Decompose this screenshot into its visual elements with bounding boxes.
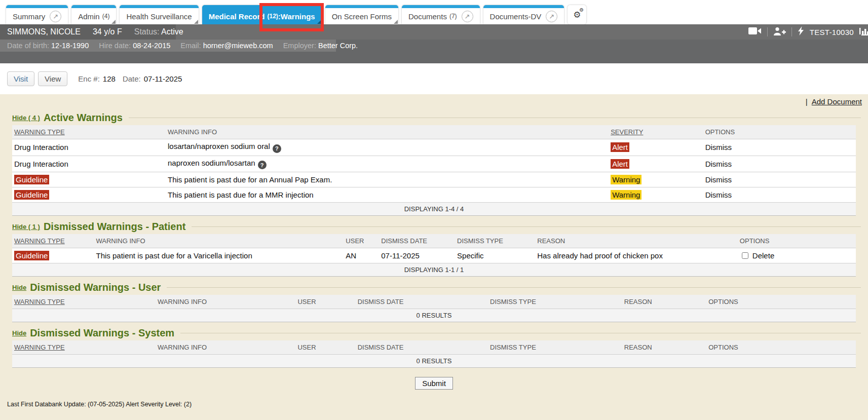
table-row: Guideline This patient is past due for a… — [12, 248, 856, 263]
warning-type-cell: Drug Interaction — [12, 156, 166, 172]
column-header-dismiss-type: DISMISS TYPE — [455, 234, 535, 248]
displaying-count: DISPLAYING 1-4 / 4 — [12, 203, 856, 216]
tab-label: Medical Record — [209, 12, 265, 21]
warnings-content: | Add Document Hide ( 4 ) Active Warning… — [0, 94, 868, 420]
column-header-dismiss-date: DISMISS DATE — [356, 295, 488, 309]
divider: | — [806, 97, 808, 106]
add-document-link[interactable]: Add Document — [812, 97, 862, 106]
dismissed-system-title: Dismissed Warnings - System — [30, 327, 174, 339]
tab-label-suffix: :Warnings — [278, 12, 315, 21]
hire-date-label: Hire date: — [99, 42, 131, 50]
severity-warning-badge: Warning — [611, 175, 641, 184]
dismiss-link[interactable]: Dismiss — [705, 175, 732, 184]
section-rule — [192, 226, 861, 227]
options-cell: Dismiss — [703, 156, 856, 172]
results-count: 0 RESULTS — [12, 309, 856, 322]
column-header-dismiss-date: DISMISS DATE — [356, 340, 488, 355]
table-footer-row: 0 RESULTS — [12, 355, 856, 368]
view-button[interactable]: View — [38, 71, 67, 86]
warning-info-cell: naproxen sodium/losartan? — [166, 156, 609, 172]
dismiss-date-cell: 07-11-2025 — [379, 248, 455, 263]
dob-value: 12-18-1990 — [51, 42, 89, 50]
column-header-user: USER — [295, 295, 355, 309]
lightning-icon[interactable] — [798, 26, 804, 37]
column-header-user: USER — [295, 340, 355, 355]
column-header-warning-type[interactable]: WARNING TYPE — [12, 234, 94, 248]
tab-admin[interactable]: Admin (4) — [71, 5, 116, 24]
column-header-reason: REASON — [622, 340, 707, 355]
tab-on-screen-forms[interactable]: On Screen Forms — [325, 5, 398, 24]
dismiss-link[interactable]: Dismiss — [705, 160, 732, 168]
table-row: Guideline This patient is past due for a… — [12, 187, 856, 203]
dismiss-type-cell: Specific — [455, 248, 535, 263]
external-link-icon[interactable]: ↗ — [462, 11, 473, 22]
delete-checkbox[interactable] — [742, 252, 748, 259]
visit-button[interactable]: Visit — [7, 71, 34, 86]
column-header-warning-type[interactable]: WARNING TYPE — [12, 295, 156, 309]
column-header-reason: REASON — [535, 234, 738, 248]
warning-type-cell: Drug Interaction — [12, 139, 166, 156]
warning-info-cell: This patient is past due for a MMR injec… — [166, 187, 609, 203]
severity-alert-badge: Alert — [611, 159, 629, 169]
dismiss-link[interactable]: Dismiss — [705, 143, 732, 151]
warning-info-cell: losartan/naproxen sodium oral? — [166, 139, 609, 156]
bar-chart-icon[interactable] — [859, 27, 868, 37]
column-header-warning-type[interactable]: WARNING TYPE — [12, 125, 166, 139]
tab-label: Summary — [13, 12, 45, 21]
tab-bar: Summary ↗ Admin (4) Health Surveillance … — [0, 0, 868, 24]
severity-cell: Warning — [609, 187, 703, 203]
column-header-dismiss-type: DISMISS TYPE — [488, 295, 622, 309]
severity-cell: Alert — [609, 156, 703, 172]
dismissed-system-table: WARNING TYPE WARNING INFO USER DISMISS D… — [12, 340, 856, 368]
status-value: Active — [161, 27, 183, 36]
hide-active-warnings-link[interactable]: Hide ( 4 ) — [12, 114, 40, 122]
dismissed-user-header: Hide Dismissed Warnings - User — [12, 282, 861, 293]
tab-summary[interactable]: Summary ↗ — [6, 5, 68, 24]
tab-label: Health Surveillance — [126, 12, 192, 21]
encounter-toolbar: Visit View Enc #: 128 Date: 07-11-2025 — [0, 63, 868, 94]
dismissed-user-table: WARNING TYPE WARNING INFO USER DISMISS D… — [12, 295, 856, 322]
severity-cell: Alert — [609, 139, 703, 156]
warning-type-cell: Guideline — [12, 248, 94, 263]
column-header-reason: REASON — [622, 295, 707, 309]
options-cell: Dismiss — [703, 139, 856, 156]
column-header-options: OPTIONS — [706, 295, 856, 309]
dismissed-user-title: Dismissed Warnings - User — [30, 282, 161, 293]
submit-button[interactable]: Submit — [415, 377, 453, 390]
options-cell: Dismiss — [703, 187, 856, 203]
delete-label: Delete — [752, 251, 774, 260]
dismissed-system-header: Hide Dismissed Warnings - System — [12, 327, 861, 339]
warning-info-cell: This patient is past due for a Varicella… — [94, 248, 344, 263]
column-header-warning-info: WARNING INFO — [166, 125, 609, 139]
settings-button[interactable]: ⚙ ⚙ — [568, 5, 586, 24]
column-header-user: USER — [344, 234, 379, 248]
active-warnings-title: Active Warnings — [44, 112, 123, 124]
severity-cell: Warning — [609, 172, 703, 187]
hide-dismissed-user-link[interactable]: Hide — [12, 284, 26, 291]
tab-documents[interactable]: Documents (7) ↗ — [402, 5, 480, 24]
tab-medical-record-warnings[interactable]: Medical Record (12) :Warnings — [202, 5, 322, 24]
help-icon[interactable]: ? — [258, 161, 267, 169]
severity-warning-badge: Warning — [611, 190, 641, 200]
video-camera-icon[interactable] — [748, 27, 762, 37]
tab-count-badge: (4) — [102, 13, 110, 20]
enc-date-value: 07-11-2025 — [144, 74, 182, 83]
column-header-warning-type[interactable]: WARNING TYPE — [12, 340, 156, 355]
section-rule — [180, 333, 861, 333]
column-header-warning-info: WARNING INFO — [94, 234, 344, 248]
tab-label: Documents — [408, 12, 447, 21]
active-warnings-table: WARNING TYPE WARNING INFO SEVERITY OPTIO… — [12, 125, 856, 216]
help-icon[interactable]: ? — [273, 144, 281, 153]
tab-health-surveillance[interactable]: Health Surveillance — [120, 5, 198, 24]
table-row: Guideline This patient is past due for a… — [12, 172, 856, 187]
external-link-icon[interactable]: ↗ — [50, 11, 61, 22]
column-header-options: OPTIONS — [703, 125, 856, 139]
tab-documents-dv[interactable]: Documents-DV ↗ — [483, 5, 564, 24]
external-link-icon[interactable]: ↗ — [546, 11, 557, 22]
hide-dismissed-system-link[interactable]: Hide — [12, 329, 26, 337]
person-add-icon[interactable] — [773, 27, 786, 37]
active-warnings-header: Hide ( 4 ) Active Warnings — [12, 112, 861, 124]
hide-dismissed-patient-link[interactable]: Hide ( 1 ) — [12, 223, 40, 231]
column-header-severity[interactable]: SEVERITY — [609, 125, 703, 139]
dismiss-link[interactable]: Dismiss — [705, 190, 732, 199]
